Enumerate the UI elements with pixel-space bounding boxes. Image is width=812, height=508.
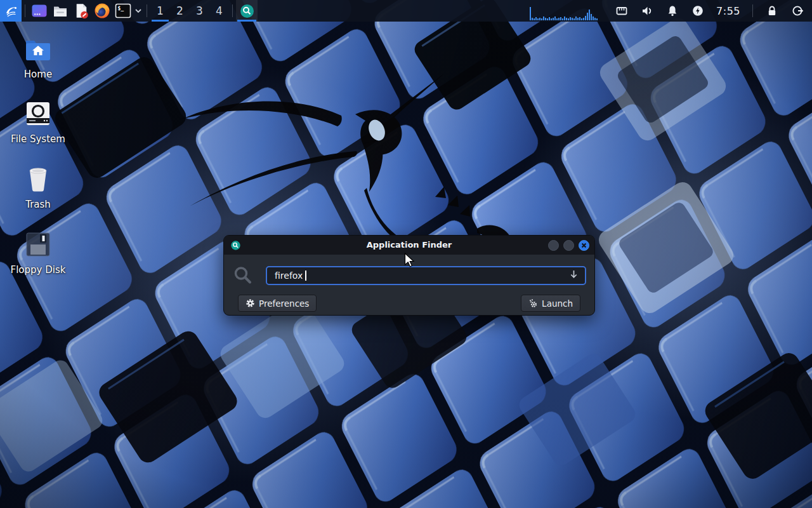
network-tray-button[interactable] — [615, 0, 629, 22]
desktop-icon-label: Floppy Disk — [11, 264, 66, 276]
launch-icon — [528, 298, 538, 308]
window-title: Application Finder — [224, 236, 594, 255]
titlebar[interactable]: Application Finder — [224, 236, 594, 255]
kali-logo-icon — [3, 3, 19, 19]
launcher-show-desktop[interactable] — [29, 0, 49, 22]
close-icon — [579, 241, 589, 250]
chevron-down-icon — [134, 7, 142, 15]
home-folder-icon — [23, 37, 53, 61]
hard-drive-icon — [25, 101, 51, 126]
desktop-icon-floppy-disk[interactable]: Floppy Disk — [6, 231, 70, 276]
minimize-button[interactable] — [548, 240, 559, 251]
mouse-cursor — [404, 253, 417, 268]
desktop-icon-file-system[interactable]: File System — [6, 100, 70, 145]
trash-icon — [26, 166, 50, 192]
system-tray: 7:55 — [615, 0, 804, 22]
gear-icon — [246, 298, 255, 308]
workspace-button-4[interactable]: 4 — [209, 0, 229, 22]
text-caret — [305, 271, 306, 281]
workspace-label: 4 — [216, 4, 223, 17]
search-icon — [232, 265, 254, 286]
panel-separator — [147, 4, 147, 17]
desktop: $_ 1 2 3 4 — [0, 0, 812, 508]
preferences-button[interactable]: Preferences — [238, 295, 317, 312]
desktop-icon-label: Trash — [25, 199, 51, 210]
launcher-firefox[interactable] — [91, 0, 112, 22]
firefox-icon — [94, 3, 110, 19]
network-icon — [615, 4, 629, 17]
search-input[interactable]: firefox — [266, 266, 586, 285]
lock-screen-button[interactable] — [765, 0, 779, 22]
window-button-application-finder[interactable] — [236, 0, 258, 22]
workspace-label: 2 — [176, 4, 183, 17]
workspace-label: 3 — [196, 4, 203, 17]
logout-button[interactable] — [790, 0, 804, 22]
svg-text:$_: $_ — [117, 6, 124, 11]
workspace-button-3[interactable]: 3 — [190, 0, 209, 22]
panel-separator — [232, 4, 233, 17]
system-load-graph — [530, 1, 605, 20]
clock[interactable]: 7:55 — [716, 0, 740, 22]
notifications-tray-button[interactable] — [665, 0, 679, 22]
desktop-icon-label: File System — [11, 133, 65, 145]
application-finder-icon — [240, 4, 254, 18]
document-icon — [73, 3, 89, 19]
floppy-disk-icon — [25, 231, 51, 258]
power-manager-tray-button[interactable] — [691, 0, 705, 22]
history-dropdown-icon[interactable] — [569, 269, 579, 282]
application-finder-window: Application Finder firefox — [223, 235, 595, 316]
workspace-button-2[interactable]: 2 — [170, 0, 190, 22]
workspace-button-1[interactable]: 1 — [150, 0, 170, 22]
close-button[interactable] — [579, 240, 589, 251]
desktop-icon-home[interactable]: Home — [6, 36, 70, 80]
maximize-button[interactable] — [563, 240, 574, 251]
clock-label: 7:55 — [716, 5, 740, 17]
desktop-icon — [31, 3, 48, 19]
top-panel: $_ 1 2 3 4 — [0, 0, 812, 22]
search-input-value: firefox — [275, 271, 303, 281]
volume-tray-button[interactable] — [640, 0, 654, 22]
desktop-icon-label: Home — [24, 69, 52, 80]
bell-icon — [666, 4, 679, 17]
logout-icon — [791, 4, 804, 17]
panel-separator — [752, 4, 753, 17]
power-battery-icon — [691, 4, 704, 17]
folder-icon — [52, 3, 69, 19]
launch-button[interactable]: Launch — [521, 295, 580, 312]
workspace-label: 1 — [157, 4, 164, 17]
launcher-terminal[interactable]: $_ — [112, 0, 133, 22]
panel-separator — [25, 4, 25, 17]
launch-label: Launch — [542, 298, 573, 309]
launcher-file-manager[interactable] — [49, 0, 70, 22]
terminal-icon: $_ — [115, 3, 131, 19]
desktop-icon-trash[interactable]: Trash — [6, 166, 70, 210]
volume-icon — [640, 4, 654, 17]
applications-menu-button[interactable] — [0, 0, 22, 22]
preferences-label: Preferences — [259, 298, 309, 309]
lock-icon — [766, 4, 778, 17]
launcher-text-editor[interactable] — [70, 0, 91, 22]
terminal-dropdown-button[interactable] — [133, 0, 143, 22]
